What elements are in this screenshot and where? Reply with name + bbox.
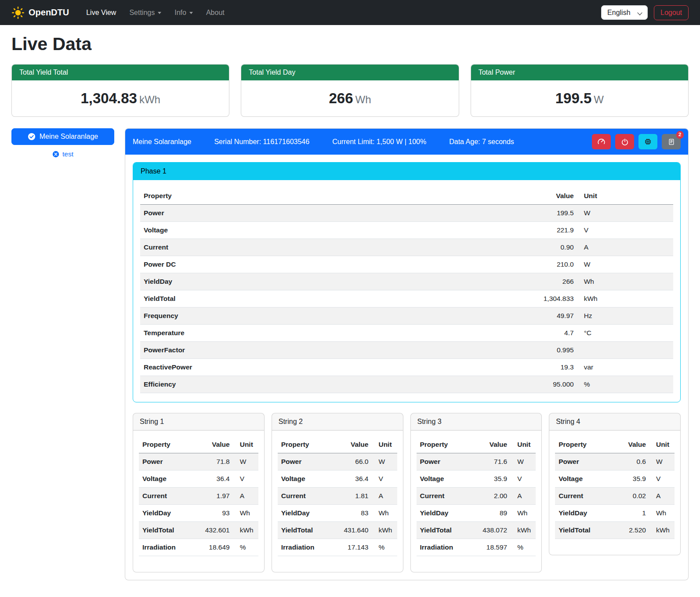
card-value: 199.5 (555, 90, 592, 106)
table-row: Voltage36.4V (278, 470, 397, 488)
sidebar-item-meine-solaranlage[interactable]: Meine Solaranlage (11, 128, 114, 145)
event-count-badge: 2 (676, 131, 684, 139)
value-cell: 35.9 (617, 470, 649, 488)
unit-cell: A (233, 488, 258, 505)
nav-item-info[interactable]: Info (169, 5, 199, 20)
value-cell: 18.597 (479, 539, 511, 556)
table-row: Temperature4.7°C (140, 325, 673, 342)
property-cell: ReactivePower (140, 359, 497, 376)
card-value-wrap: 266Wh (241, 80, 458, 116)
header-row: PropertyValueUnit (140, 188, 673, 205)
header-row: PropertyValueUnit (417, 436, 536, 453)
property-cell: YieldTotal (555, 522, 617, 539)
unit-cell: kWh (649, 522, 675, 539)
value-cell: 66.0 (340, 453, 372, 470)
string-title: String 4 (549, 413, 680, 431)
string-title: String 1 (133, 413, 264, 431)
column-header: Property (555, 436, 617, 453)
unit-cell: Wh (233, 505, 258, 522)
property-cell: Power DC (140, 256, 497, 273)
table-row: Voltage35.9V (555, 470, 675, 488)
logout-button[interactable]: Logout (654, 5, 689, 20)
column-header: Value (497, 188, 577, 205)
header-row: PropertyValueUnit (139, 436, 258, 453)
card-value-wrap: 199.5W (471, 80, 688, 116)
card-title: Total Yield Day (241, 65, 458, 80)
card-value: 1,304.83 (80, 90, 137, 106)
unit-cell: A (372, 488, 397, 505)
nav-item-live-view[interactable]: Live View (80, 5, 122, 20)
string-2-card: String 2 PropertyValueUnit Power66.0WVol… (272, 413, 403, 572)
string-1-card: String 1 PropertyValueUnit Power71.8WVol… (133, 413, 265, 572)
sidebar-item-label: test (62, 150, 73, 158)
value-cell: 36.4 (340, 470, 372, 488)
property-cell: Voltage (555, 470, 617, 488)
value-cell: 49.97 (497, 308, 577, 325)
property-cell: Irradiation (417, 539, 479, 556)
value-cell: 0.90 (497, 239, 577, 256)
value-cell: 19.3 (497, 359, 577, 376)
value-cell: 17.143 (340, 539, 372, 556)
table-row: Efficiency95.000% (140, 376, 673, 393)
x-circle-icon (52, 151, 59, 158)
card-value: 266 (329, 90, 353, 106)
inverter-sidebar: Meine Solaranlage test (11, 128, 114, 159)
value-cell: 0.02 (617, 488, 649, 505)
table-head: PropertyValueUnit (417, 436, 536, 453)
nav-item-label: Live View (86, 9, 116, 17)
unit-cell: V (577, 222, 673, 239)
property-cell: PowerFactor (140, 342, 497, 359)
value-cell: 18.649 (201, 539, 233, 556)
table-row: Voltage36.4V (139, 470, 258, 488)
column-header: Property (139, 436, 201, 453)
column-header: Value (617, 436, 649, 453)
header-row: PropertyValueUnit (278, 436, 397, 453)
unit-cell: Wh (577, 273, 673, 290)
value-cell: 0.6 (617, 453, 649, 470)
value-cell: 431.640 (340, 522, 372, 539)
nav-item-label: About (206, 9, 225, 17)
phase-1-card: Phase 1 PropertyValueUnit Power199.5WVol… (133, 162, 681, 402)
property-cell: Power (140, 205, 497, 222)
table-row: YieldTotal2.520kWh (555, 522, 675, 539)
unit-cell: W (511, 453, 536, 470)
column-header: Property (278, 436, 340, 453)
value-cell: 95.000 (497, 376, 577, 393)
phase-table-head: PropertyValueUnit (140, 188, 673, 205)
string-2-table: PropertyValueUnit Power66.0WVoltage36.4V… (278, 436, 397, 556)
limit-settings-button[interactable] (592, 134, 611, 149)
device-info-button[interactable] (638, 134, 657, 149)
inverter-panel: Meine Solaranlage Serial Number: 1161716… (125, 128, 689, 580)
table-row: Voltage221.9V (140, 222, 673, 239)
table-row: YieldDay93Wh (139, 505, 258, 522)
nav-item-settings[interactable]: Settings (123, 5, 167, 20)
property-cell: Power (555, 453, 617, 470)
language-select[interactable]: English (601, 5, 648, 20)
strings-row: String 1 PropertyValueUnit Power71.8WVol… (133, 413, 681, 572)
event-log-button[interactable]: 2 (662, 134, 681, 149)
nav-item-about[interactable]: About (200, 5, 230, 20)
table-head: PropertyValueUnit (555, 436, 675, 453)
table-row: YieldTotal431.640kWh (278, 522, 397, 539)
property-cell: YieldDay (278, 505, 340, 522)
property-cell: Voltage (139, 470, 201, 488)
unit-cell: W (577, 256, 673, 273)
chevron-down-icon (189, 12, 193, 14)
table-body: Power66.0WVoltage36.4VCurrent1.81AYieldD… (278, 453, 397, 556)
brand-link[interactable]: OpenDTU (11, 6, 69, 19)
power-settings-button[interactable] (615, 134, 634, 149)
sidebar-item-test[interactable]: test (50, 150, 76, 159)
unit-cell: A (577, 239, 673, 256)
property-cell: YieldTotal (139, 522, 201, 539)
property-cell: Power (139, 453, 201, 470)
unit-cell: Wh (372, 505, 397, 522)
card-title: Total Power (471, 65, 688, 80)
table-row: Voltage35.9V (417, 470, 536, 488)
unit-cell: W (372, 453, 397, 470)
table-row: YieldDay89Wh (417, 505, 536, 522)
column-header: Value (201, 436, 233, 453)
table-row: Power DC210.0W (140, 256, 673, 273)
string-4-table: PropertyValueUnit Power0.6WVoltage35.9VC… (555, 436, 675, 539)
unit-cell: °C (577, 325, 673, 342)
table-row: Power199.5W (140, 205, 673, 222)
